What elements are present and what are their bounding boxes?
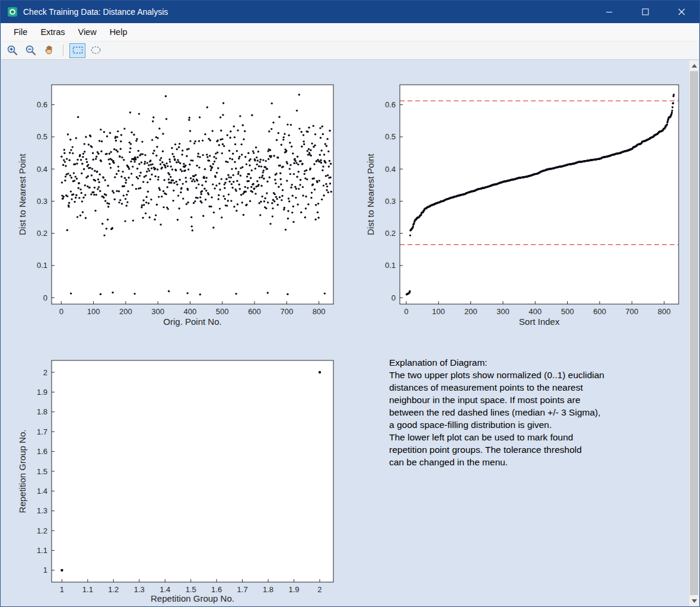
content-area: 010020030040050060070080000.10.20.30.40.… (1, 60, 699, 606)
scrollbar-thumb[interactable] (690, 71, 698, 595)
svg-text:1.6: 1.6 (37, 447, 47, 456)
svg-text:0: 0 (59, 307, 63, 316)
svg-text:400: 400 (184, 307, 197, 316)
svg-text:0: 0 (43, 293, 47, 302)
svg-text:2: 2 (317, 585, 322, 594)
maximize-icon (642, 8, 649, 15)
vertical-scrollbar[interactable] (689, 60, 699, 606)
svg-text:100: 100 (87, 307, 100, 316)
svg-text:1.9: 1.9 (37, 388, 47, 397)
y-axis-label: Repetition Group No. (17, 430, 27, 513)
plot-distance-vs-point[interactable]: 010020030040050060070080000.10.20.30.40.… (16, 62, 342, 341)
svg-text:500: 500 (561, 307, 574, 316)
svg-text:1.3: 1.3 (134, 585, 145, 594)
svg-text:1.9: 1.9 (288, 585, 299, 594)
menu-item-file[interactable]: File (7, 27, 34, 37)
rect-select-icon (71, 44, 84, 56)
scroll-up-icon (692, 64, 697, 68)
svg-text:500: 500 (216, 307, 229, 316)
svg-text:0.2: 0.2 (385, 229, 396, 238)
svg-text:1.2: 1.2 (37, 526, 47, 535)
svg-text:1.6: 1.6 (211, 585, 222, 594)
toolbar (1, 41, 699, 60)
svg-text:0.5: 0.5 (37, 132, 47, 141)
maximize-button[interactable] (627, 1, 663, 23)
svg-text:300: 300 (497, 307, 510, 316)
svg-text:2: 2 (43, 368, 47, 377)
svg-text:0: 0 (392, 293, 396, 302)
app-icon (7, 7, 18, 17)
svg-text:1.1: 1.1 (82, 585, 93, 594)
svg-text:0: 0 (404, 307, 408, 316)
svg-text:1.4: 1.4 (37, 487, 47, 496)
svg-text:800: 800 (658, 307, 671, 316)
scroll-up-button[interactable] (689, 60, 699, 71)
close-icon (678, 8, 685, 15)
svg-text:0.4: 0.4 (385, 165, 396, 174)
explanation-text: Explanation of Diagram: The two upper pl… (389, 356, 674, 468)
window-title: Check Training Data: Distance Analysis (23, 7, 168, 17)
zoom-in-icon (6, 44, 19, 57)
svg-text:600: 600 (248, 307, 261, 316)
toolbar-separator (63, 44, 63, 56)
svg-text:1.3: 1.3 (37, 506, 47, 515)
svg-text:1: 1 (43, 566, 47, 574)
svg-text:700: 700 (280, 307, 293, 316)
svg-text:1.7: 1.7 (237, 585, 248, 594)
svg-text:100: 100 (432, 307, 445, 316)
svg-text:1: 1 (60, 585, 64, 594)
zoom-in-button[interactable] (4, 43, 20, 58)
ellipse-select-icon (90, 44, 103, 56)
menu-bar: File Extras View Help (1, 23, 699, 41)
plot-area (400, 85, 679, 304)
plot-distance-sorted[interactable]: 010020030040050060070080000.10.20.30.40.… (362, 62, 695, 341)
ellipse-select-button[interactable] (88, 43, 104, 58)
x-axis-label: Orig. Point No. (163, 317, 221, 327)
svg-text:0.1: 0.1 (385, 261, 396, 270)
svg-text:700: 700 (625, 307, 638, 316)
plot-repetition-groups[interactable]: 11.11.21.31.41.51.61.71.81.9211.11.21.31… (16, 337, 342, 606)
y-axis-label: Dist to Nearest Point (365, 153, 376, 235)
title-bar[interactable]: Check Training Data: Distance Analysis (1, 1, 699, 23)
window-controls (591, 1, 699, 23)
rect-select-button[interactable] (69, 43, 85, 58)
scroll-down-icon (692, 599, 697, 603)
svg-text:600: 600 (593, 307, 606, 316)
plot-area (52, 360, 333, 582)
svg-text:0.3: 0.3 (385, 197, 396, 206)
svg-text:1.5: 1.5 (186, 585, 196, 594)
svg-text:1.5: 1.5 (37, 467, 47, 476)
svg-text:0.1: 0.1 (37, 261, 47, 270)
svg-text:800: 800 (313, 307, 326, 316)
svg-text:200: 200 (119, 307, 132, 316)
svg-text:0.5: 0.5 (385, 132, 396, 141)
svg-text:1.1: 1.1 (37, 546, 47, 555)
svg-text:0.2: 0.2 (37, 229, 47, 238)
svg-text:0.6: 0.6 (37, 100, 47, 109)
svg-text:400: 400 (529, 307, 542, 316)
zoom-out-icon (24, 44, 37, 57)
svg-text:200: 200 (464, 307, 478, 316)
close-button[interactable] (663, 1, 699, 23)
scroll-down-button[interactable] (689, 596, 699, 606)
svg-text:0.4: 0.4 (37, 165, 47, 174)
x-axis-label: Repetition Group No. (151, 593, 234, 603)
pan-button[interactable] (41, 43, 57, 58)
minimize-icon (606, 8, 613, 15)
zoom-out-button[interactable] (23, 43, 39, 58)
menu-item-extras[interactable]: Extras (34, 27, 71, 37)
menu-item-help[interactable]: Help (103, 27, 134, 37)
svg-text:1.8: 1.8 (37, 407, 47, 416)
minimize-button[interactable] (591, 1, 627, 23)
app-window: Check Training Data: Distance Analysis F… (0, 0, 700, 607)
svg-text:300: 300 (151, 307, 164, 316)
svg-text:0.6: 0.6 (385, 100, 396, 109)
svg-text:1.4: 1.4 (160, 585, 170, 594)
svg-text:1.2: 1.2 (108, 585, 119, 594)
menu-item-view[interactable]: View (71, 27, 103, 37)
x-axis-label: Sort Index (519, 317, 560, 327)
svg-text:1.8: 1.8 (263, 585, 273, 594)
svg-text:0.3: 0.3 (37, 197, 47, 206)
pan-hand-icon (43, 44, 56, 57)
svg-text:1.7: 1.7 (37, 427, 47, 436)
